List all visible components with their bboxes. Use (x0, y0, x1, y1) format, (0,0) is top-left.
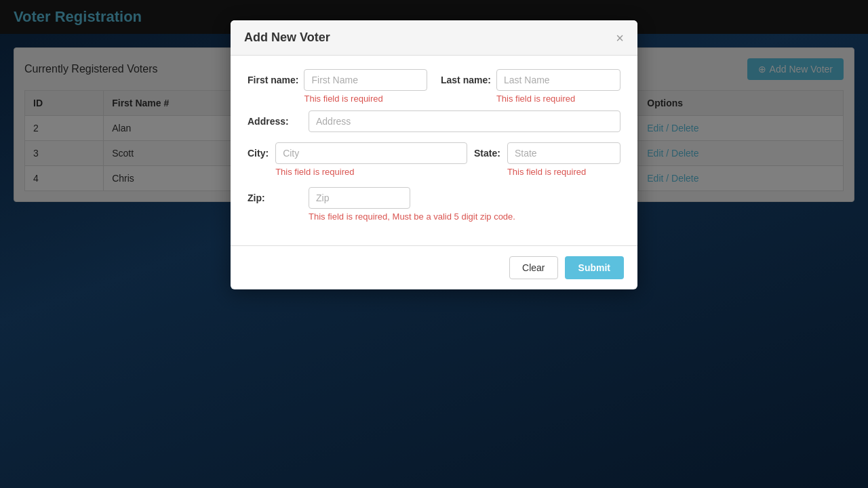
last-name-group: This field is required (496, 69, 620, 104)
state-group: State: This field is required (474, 142, 620, 177)
submit-button[interactable]: Submit (565, 256, 624, 279)
last-name-input[interactable] (496, 69, 620, 91)
address-label: Address: (248, 110, 302, 127)
city-error: This field is required (275, 167, 467, 177)
modal-body: First name: This field is required Last … (231, 56, 637, 245)
state-label: State: (474, 142, 500, 159)
city-input-group: This field is required (275, 142, 467, 177)
zip-row: Zip: This field is required, Must be a v… (248, 187, 620, 222)
last-name-label: Last name: (441, 69, 491, 85)
address-group (309, 110, 620, 132)
modal-close-button[interactable]: × (616, 31, 624, 45)
name-row: First name: This field is required Last … (248, 69, 620, 104)
clear-button[interactable]: Clear (509, 256, 557, 279)
modal-overlay: Add New Voter × First name: This field i… (0, 0, 868, 488)
first-name-error: This field is required (304, 94, 427, 104)
state-input[interactable] (507, 142, 620, 164)
city-label: City: (248, 142, 269, 159)
modal-footer: Clear Submit (231, 245, 637, 289)
modal-header: Add New Voter × (231, 20, 637, 56)
zip-label: Zip: (248, 187, 302, 203)
address-input[interactable] (309, 110, 620, 132)
first-name-group: This field is required (304, 69, 427, 104)
first-name-input[interactable] (304, 69, 427, 91)
zip-input[interactable] (309, 187, 410, 209)
address-row: Address: (248, 110, 620, 132)
first-name-label: First name: (248, 69, 298, 85)
zip-group: This field is required, Must be a valid … (309, 187, 620, 222)
city-group: City: This field is required (248, 142, 467, 177)
state-input-group: This field is required (507, 142, 620, 177)
last-name-error: This field is required (496, 94, 620, 104)
modal-title: Add New Voter (244, 30, 330, 45)
modal: Add New Voter × First name: This field i… (231, 20, 637, 289)
city-input[interactable] (275, 142, 467, 164)
zip-error: This field is required, Must be a valid … (309, 211, 620, 222)
city-state-row: City: This field is required State: This… (248, 142, 620, 177)
state-error: This field is required (507, 167, 620, 177)
